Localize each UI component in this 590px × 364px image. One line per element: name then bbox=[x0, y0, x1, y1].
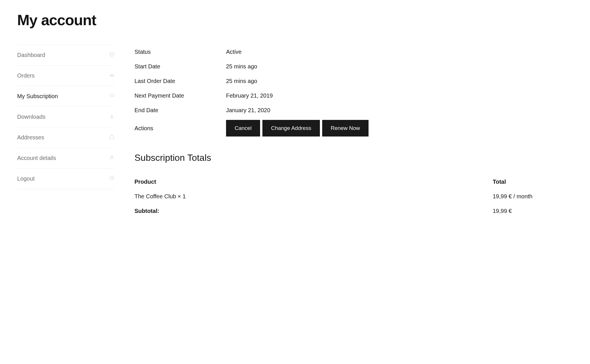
svg-point-7 bbox=[110, 176, 114, 180]
main-content: Status Active Start Date 25 mins ago Las… bbox=[134, 45, 573, 218]
sidebar-item-dashboard[interactable]: Dashboard bbox=[17, 45, 114, 65]
cancel-button[interactable]: Cancel bbox=[226, 120, 260, 136]
status-label: Status bbox=[134, 49, 226, 55]
totals-product-row: The Coffee Club × 1 19,99 € / month bbox=[134, 189, 573, 204]
actions-buttons: Cancel Change Address Renew Now bbox=[226, 120, 369, 136]
page-title: My account bbox=[17, 11, 573, 29]
totals-header-row: Product Total bbox=[134, 175, 573, 189]
product-total: 19,99 € / month bbox=[493, 193, 573, 200]
total-header: Total bbox=[493, 179, 573, 185]
account-sidebar: Dashboard Orders My Subscription Downloa… bbox=[17, 45, 114, 218]
start-date-value: 25 mins ago bbox=[226, 63, 257, 70]
product-name: The Coffee Club × 1 bbox=[134, 193, 493, 200]
end-date-value: January 21, 2020 bbox=[226, 107, 270, 114]
glasses-icon bbox=[109, 72, 114, 79]
svg-point-6 bbox=[111, 156, 113, 157]
row-last-order: Last Order Date 25 mins ago bbox=[134, 74, 573, 88]
sidebar-item-downloads[interactable]: Downloads bbox=[17, 106, 114, 127]
sidebar-item-label: Downloads bbox=[17, 114, 45, 120]
product-header: Product bbox=[134, 179, 493, 185]
person-icon bbox=[109, 155, 114, 161]
arrow-right-circle-icon bbox=[109, 175, 114, 182]
sidebar-item-label: My Subscription bbox=[17, 93, 58, 100]
sidebar-item-label: Addresses bbox=[17, 134, 44, 141]
last-order-label: Last Order Date bbox=[134, 78, 226, 84]
last-order-value: 25 mins ago bbox=[226, 78, 257, 84]
subscription-totals-heading: Subscription Totals bbox=[134, 153, 573, 163]
sidebar-item-label: Dashboard bbox=[17, 52, 45, 58]
row-actions: Actions Cancel Change Address Renew Now bbox=[134, 118, 573, 136]
layout: Dashboard Orders My Subscription Downloa… bbox=[17, 45, 573, 218]
next-payment-value: February 21, 2019 bbox=[226, 92, 273, 99]
sidebar-item-label: Orders bbox=[17, 72, 35, 79]
sidebar-item-my-subscription[interactable]: My Subscription bbox=[17, 86, 114, 106]
svg-point-3 bbox=[112, 75, 114, 76]
sidebar-item-addresses[interactable]: Addresses bbox=[17, 127, 114, 148]
sidebar-item-logout[interactable]: Logout bbox=[17, 168, 114, 189]
totals-table: Product Total The Coffee Club × 1 19,99 … bbox=[134, 175, 573, 218]
subtotal-label: Subtotal: bbox=[134, 208, 493, 214]
totals-subtotal-row: Subtotal: 19,99 € bbox=[134, 204, 573, 218]
end-date-label: End Date bbox=[134, 107, 226, 114]
change-address-button[interactable]: Change Address bbox=[262, 120, 320, 136]
sidebar-item-account-details[interactable]: Account details bbox=[17, 148, 114, 168]
sidebar-item-orders[interactable]: Orders bbox=[17, 65, 114, 86]
row-start-date: Start Date 25 mins ago bbox=[134, 59, 573, 74]
subtotal-value: 19,99 € bbox=[493, 208, 573, 214]
sidebar-item-label: Account details bbox=[17, 155, 56, 161]
actions-label: Actions bbox=[134, 125, 226, 132]
next-payment-label: Next Payment Date bbox=[134, 92, 226, 99]
svg-point-2 bbox=[110, 75, 112, 76]
sidebar-item-label: Logout bbox=[17, 175, 35, 182]
cloud-icon bbox=[109, 93, 114, 100]
row-status: Status Active bbox=[134, 45, 573, 59]
home-icon bbox=[109, 134, 114, 141]
start-date-label: Start Date bbox=[134, 63, 226, 70]
download-icon bbox=[109, 114, 114, 120]
row-end-date: End Date January 21, 2020 bbox=[134, 103, 573, 118]
status-value: Active bbox=[226, 49, 241, 55]
row-next-payment: Next Payment Date February 21, 2019 bbox=[134, 88, 573, 103]
gauge-icon bbox=[109, 52, 114, 58]
renew-now-button[interactable]: Renew Now bbox=[322, 120, 369, 136]
